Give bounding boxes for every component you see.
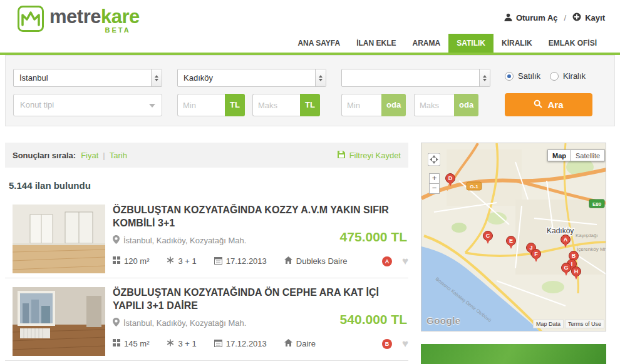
listing-title[interactable]: ÖZBULUŞTAN KOZYATAĞINDA ÖN CEPHE ARA KAT… bbox=[113, 286, 398, 312]
search-button[interactable]: Ara bbox=[505, 93, 592, 116]
listing-title[interactable]: ÖZBULUŞTAN KOZYATAĞINDA KOZZY A.V.M YAKI… bbox=[113, 203, 398, 230]
map-pan-control[interactable] bbox=[428, 153, 440, 168]
map-label-kadikoy: Kadıköy bbox=[547, 226, 574, 235]
listing-price: 540.000 TL bbox=[340, 312, 407, 327]
listing-details: 145 m² 3 + 1 17.12.2013 bbox=[113, 338, 408, 349]
rooms-max-group: oda bbox=[414, 94, 478, 116]
satilik-radio-group: Satılık bbox=[505, 71, 540, 81]
satilik-radio[interactable] bbox=[505, 72, 514, 81]
zoom-out-button[interactable]: − bbox=[429, 183, 440, 194]
map-view-button[interactable]: Map bbox=[547, 149, 571, 161]
listing-photo[interactable] bbox=[13, 205, 105, 273]
listing-property-type: Daire bbox=[284, 339, 316, 348]
housing-type-placeholder: Konut tipi bbox=[20, 100, 54, 109]
sort-by-date-link[interactable]: Tarih bbox=[110, 151, 127, 160]
register-label: Kayıt bbox=[585, 13, 605, 23]
neighborhood-select[interactable] bbox=[341, 69, 490, 87]
map-pin[interactable]: F bbox=[531, 249, 541, 259]
save-filter-label: Filtreyi Kaydet bbox=[349, 151, 401, 160]
favorite-heart-icon[interactable] bbox=[402, 256, 408, 266]
listing-area: 145 m² bbox=[113, 339, 149, 348]
nav-item-emlak-ofisi[interactable]: EMLAK OFİSİ bbox=[540, 34, 605, 53]
district-select-value: Kadıköy bbox=[183, 73, 213, 83]
city-select[interactable]: İstanbul bbox=[13, 69, 162, 87]
nav-item-ana-sayfa[interactable]: ANA SAYFA bbox=[289, 34, 348, 53]
listing-details: 120 m² 3 + 1 17.12.2013 bbox=[113, 256, 408, 266]
nav-item-satilik[interactable]: SATILIK bbox=[448, 34, 493, 53]
district-select[interactable]: Kadıköy bbox=[177, 69, 326, 87]
map-label-icerenkoy: İçerenköy Mh. bbox=[577, 246, 606, 252]
listing-date-value: 17.12.2013 bbox=[226, 339, 267, 348]
plus-circle-icon bbox=[572, 13, 581, 23]
kiralik-radio[interactable] bbox=[550, 72, 559, 81]
rooms-asterisk-icon bbox=[167, 256, 174, 266]
terms-of-use-link[interactable]: Terms of Use bbox=[565, 320, 604, 328]
map-panel[interactable]: O-1 E80 Kadıköy Kayışdağı İçerenköy Mh. … bbox=[421, 143, 606, 331]
map-pin[interactable]: G bbox=[561, 263, 571, 273]
favorite-heart-icon[interactable] bbox=[402, 338, 408, 349]
listing-photo[interactable] bbox=[13, 287, 105, 356]
ad-banner[interactable] bbox=[421, 344, 606, 364]
rooms-min-input[interactable] bbox=[341, 94, 381, 116]
select-spinner-icon bbox=[151, 69, 162, 86]
rooms-unit-addon: oda bbox=[454, 94, 478, 116]
road-badge-e80: E80 bbox=[592, 201, 602, 207]
search-filter-panel: İstanbul Kadıköy Satılık Kiralık Konut t… bbox=[5, 55, 615, 126]
listing-area-value: 145 m² bbox=[124, 339, 149, 348]
price-min-group: TL bbox=[177, 94, 245, 116]
map-pin[interactable]: D bbox=[445, 173, 455, 183]
listing-row: ÖZBULUŞTAN KOZYATAĞINDA KOZZY A.V.M YAKI… bbox=[5, 203, 408, 278]
login-link[interactable]: Oturum Aç bbox=[504, 13, 558, 23]
map-attribution: Map Data Terms of Use bbox=[533, 320, 604, 328]
map-view-buttons: Map Satellite bbox=[547, 149, 605, 161]
rooms-min-group: oda bbox=[341, 94, 406, 116]
map-pin[interactable]: H bbox=[571, 266, 581, 276]
listing-rooms: 3 + 1 bbox=[167, 339, 196, 348]
save-filter-link[interactable]: Filtreyi Kaydet bbox=[337, 150, 401, 161]
satellite-view-button[interactable]: Satellite bbox=[571, 149, 605, 161]
price-max-input[interactable] bbox=[252, 94, 300, 116]
nav-item-ilan-ekle[interactable]: İLAN EKLE bbox=[348, 34, 404, 53]
map-letter-badge: A bbox=[382, 256, 392, 266]
results-count: 5.144 ilan bulundu bbox=[9, 180, 408, 191]
page: metrekare BETA Oturum Aç / Kayıt ANA SAY bbox=[0, 0, 620, 364]
nav-item-kiralik[interactable]: KİRALIK bbox=[493, 34, 540, 53]
map-pin[interactable]: C bbox=[483, 231, 493, 241]
zoom-in-button[interactable]: + bbox=[429, 173, 440, 184]
listing-date: 17.12.2013 bbox=[214, 339, 267, 349]
area-grid-icon bbox=[113, 256, 120, 266]
save-icon bbox=[337, 150, 346, 161]
location-pin-icon bbox=[113, 235, 120, 246]
listing-row: ÖZBULUŞTAN KOZYATAĞINDA ÖN CEPHE ARA KAT… bbox=[5, 286, 408, 361]
map-pin[interactable]: A bbox=[561, 235, 571, 245]
listing-area-value: 120 m² bbox=[124, 256, 149, 266]
logo[interactable]: metrekare BETA bbox=[18, 6, 140, 34]
login-label: Oturum Aç bbox=[516, 13, 558, 23]
price-min-input[interactable] bbox=[177, 94, 225, 116]
listing-price: 475.000 TL bbox=[340, 230, 407, 245]
housing-type-select[interactable]: Konut tipi bbox=[13, 94, 162, 116]
map-data-link[interactable]: Map Data bbox=[533, 320, 564, 328]
logo-icon bbox=[18, 6, 44, 34]
register-link[interactable]: Kayıt bbox=[572, 13, 605, 23]
map-pin[interactable]: E bbox=[506, 236, 516, 246]
house-icon bbox=[284, 256, 292, 266]
chevron-down-icon bbox=[149, 104, 155, 108]
logo-text-kare: kare bbox=[101, 6, 140, 28]
kiralik-radio-group: Kiralık bbox=[550, 71, 586, 81]
auth-links: Oturum Aç / Kayıt bbox=[504, 13, 605, 23]
google-logo[interactable]: Google bbox=[426, 315, 461, 326]
satilik-radio-label: Satılık bbox=[518, 71, 540, 81]
price-unit-addon: TL bbox=[225, 94, 245, 116]
calendar-icon bbox=[214, 256, 222, 266]
rooms-max-input[interactable] bbox=[414, 94, 454, 116]
area-grid-icon bbox=[113, 339, 120, 348]
listing-property-type: Dubleks Daire bbox=[284, 256, 348, 266]
kiralik-radio-label: Kiralık bbox=[563, 71, 586, 81]
road-badge-o1: O-1 bbox=[470, 184, 478, 190]
listing-date: 17.12.2013 bbox=[214, 256, 267, 266]
sort-by-price-link[interactable]: Fiyat bbox=[81, 151, 98, 160]
rooms-asterisk-icon bbox=[167, 339, 174, 348]
nav-item-arama[interactable]: ARAMA bbox=[405, 34, 449, 53]
header: metrekare BETA Oturum Aç / Kayıt ANA SAY bbox=[0, 0, 620, 53]
